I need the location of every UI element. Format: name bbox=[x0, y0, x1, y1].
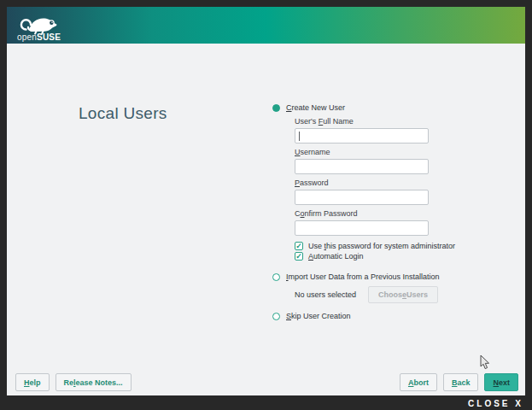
checkbox-auto-login-label: Automatic Login bbox=[308, 252, 364, 261]
opensuse-logo: openSUSE bbox=[17, 9, 68, 41]
full-name-group: User's Full Name bbox=[295, 117, 486, 144]
username-label: Username bbox=[295, 148, 486, 157]
radio-import-user-data-label: Import User Data from a Previous Install… bbox=[286, 272, 440, 281]
checkbox-checked-icon[interactable]: ✓ bbox=[295, 242, 303, 250]
username-group: Username bbox=[295, 148, 486, 174]
checkbox-root-password-label: Use this password for system administrat… bbox=[308, 242, 455, 250]
radio-skip-user-creation-label: Skip User Creation bbox=[286, 312, 351, 320]
checkbox-auto-login-row[interactable]: ✓ Automatic Login bbox=[295, 251, 486, 261]
footer-left-buttons: Help Release Notes... bbox=[15, 373, 132, 391]
installer-header-banner: openSUSE bbox=[7, 7, 525, 44]
help-button[interactable]: Help bbox=[15, 373, 50, 391]
password-input[interactable] bbox=[295, 190, 429, 205]
mouse-cursor-icon bbox=[480, 355, 490, 374]
password-group: Password bbox=[295, 179, 486, 205]
radio-unselected-icon[interactable] bbox=[272, 313, 280, 320]
abort-button[interactable]: Abort bbox=[400, 373, 437, 391]
checkbox-root-password-row[interactable]: ✓ Use this password for system administr… bbox=[295, 241, 486, 251]
release-notes-button[interactable]: Release Notes... bbox=[56, 373, 132, 391]
import-status-row: No users selected Choose Users bbox=[295, 286, 486, 303]
choose-users-button[interactable]: Choose Users bbox=[368, 286, 438, 303]
import-status-text: No users selected bbox=[295, 290, 356, 299]
password-label: Password bbox=[295, 179, 486, 188]
confirm-password-input[interactable] bbox=[295, 220, 429, 236]
radio-import-user-data[interactable]: Import User Data from a Previous Install… bbox=[272, 272, 486, 282]
confirm-password-label: Confirm Password bbox=[295, 209, 486, 219]
checkbox-checked-icon[interactable]: ✓ bbox=[295, 252, 303, 261]
confirm-password-group: Confirm Password bbox=[295, 209, 486, 236]
local-users-form: Create New User User's Full Name Usernam… bbox=[272, 102, 486, 321]
radio-create-new-user[interactable]: Create New User bbox=[272, 102, 486, 113]
full-name-input[interactable] bbox=[295, 128, 429, 144]
footer-right-buttons: Abort Back Next bbox=[400, 373, 518, 391]
radio-create-new-user-label: Create New User bbox=[286, 103, 345, 112]
back-button[interactable]: Back bbox=[443, 373, 479, 391]
opensuse-wordmark: openSUSE bbox=[17, 33, 68, 41]
radio-selected-icon[interactable] bbox=[272, 104, 280, 112]
full-name-label: User's Full Name bbox=[295, 117, 486, 126]
radio-unselected-icon[interactable] bbox=[272, 273, 280, 281]
close-button[interactable]: CLOSE X bbox=[468, 399, 523, 408]
username-input[interactable] bbox=[295, 159, 429, 174]
radio-skip-user-creation[interactable]: Skip User Creation bbox=[272, 311, 486, 321]
next-button[interactable]: Next bbox=[484, 373, 518, 391]
installer-window: openSUSE Local Users Create New User Use… bbox=[7, 7, 525, 395]
page-title: Local Users bbox=[79, 104, 167, 123]
text-caret bbox=[299, 132, 300, 141]
